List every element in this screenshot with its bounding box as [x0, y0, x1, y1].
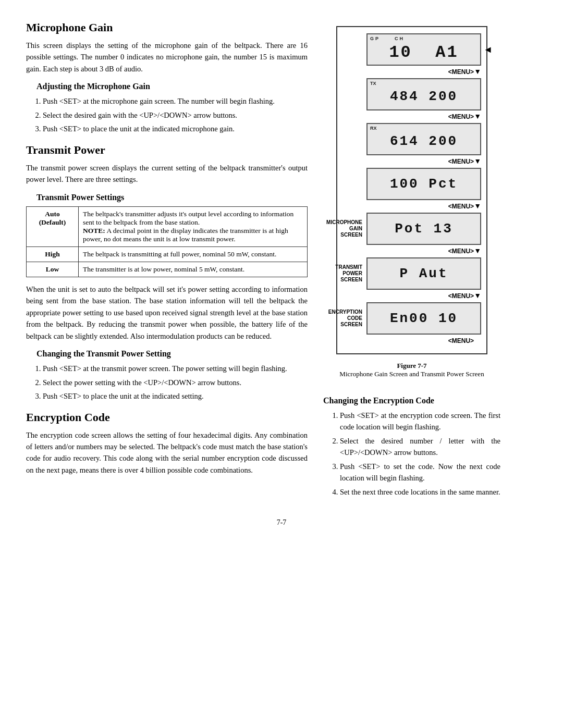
screen-row-txpwr: TRANSMIT POWERSCREEN P Aut — [342, 257, 481, 290]
gpch-display: GP CH 10 A1 — [366, 33, 481, 66]
gpch-value: 10 A1 — [389, 43, 458, 62]
auto-description: The beltpack's transmitter adjusts it's … — [79, 206, 308, 246]
enc-step-3: Push <SET> to set the code. Now the next… — [340, 461, 500, 484]
adjusting-mic-gain-steps: Push <SET> at the microphone gain screen… — [43, 95, 308, 134]
enc-step-1: Push <SET> at the encryption code screen… — [340, 410, 500, 433]
menu-label-6: <MENU> — [448, 292, 474, 300]
transmit-power-auto-para: When the unit is set to auto the beltpac… — [26, 283, 308, 342]
gpch-screen-wrapper: GP CH 10 A1 ◄ — [366, 33, 481, 66]
transmit-power-settings-title: Transmit Power Settings — [26, 193, 308, 202]
adjusting-mic-gain-title: Adjusting the Microphone Gain — [26, 82, 308, 91]
transmit-power-section: Transmit Power The transmit power screen… — [26, 143, 308, 402]
enc-value: En00 10 — [390, 311, 458, 326]
auto-label: Auto (Default) — [27, 206, 79, 246]
gp-label: GP — [370, 36, 380, 41]
tx-label: TX — [370, 81, 376, 86]
rx-screen-wrapper: RX 614 200 — [366, 123, 481, 155]
menu-label-7: <MENU> — [448, 337, 474, 344]
transmit-step-2: Select the power setting with the <UP>/<… — [43, 377, 308, 388]
table-row-high: High The beltpack is transmitting at ful… — [27, 246, 308, 262]
pct-display: 100 Pct — [366, 168, 481, 200]
menu-label-1: <MENU> — [448, 68, 474, 76]
tx-screen-wrapper: TX 484 200 — [366, 78, 481, 110]
encryption-side-label: ENCRYPTION CODESCREEN — [328, 309, 362, 328]
menu-down-arrow-5: ▼ — [474, 247, 481, 255]
transmit-power-title: Transmit Power — [26, 143, 308, 157]
transmit-step-3: Push <SET> to place the unit at the indi… — [43, 390, 308, 402]
menu-label-4: <MENU> — [448, 203, 474, 210]
menu-label-2: <MENU> — [448, 113, 474, 120]
pct-value: 100 Pct — [390, 176, 458, 192]
high-description: The beltpack is transmitting at full pow… — [79, 246, 308, 262]
screen-row-enc: ENCRYPTION CODESCREEN En00 10 — [342, 302, 481, 335]
low-label: Low — [27, 262, 79, 277]
changing-enc-title: Changing the Encryption Code — [323, 396, 500, 405]
screen-row-pct: 100 Pct — [342, 168, 481, 200]
table-row-low: Low The transmitter is at low power, nom… — [27, 262, 308, 277]
rx-display: RX 614 200 — [366, 123, 481, 155]
txpwr-screen-wrapper: P Aut — [366, 257, 481, 290]
figure-area: GP CH 10 A1 ◄ <MENU> ▼ — [323, 21, 500, 503]
low-description: The transmitter is at low power, nominal… — [79, 262, 308, 277]
transmit-power-side-label: TRANSMIT POWERSCREEN — [335, 264, 362, 283]
menu-row-5: <MENU> ▼ — [342, 247, 481, 255]
menu-down-arrow-4: ▼ — [474, 202, 481, 211]
table-row-auto: Auto (Default) The beltpack's transmitte… — [27, 206, 308, 246]
enc-step-4: Set the next three code locations in the… — [340, 486, 500, 498]
encryption-code-intro: The encryption code screen allows the se… — [26, 429, 308, 476]
menu-down-arrow-6: ▼ — [474, 292, 481, 300]
menu-down-arrow-2: ▼ — [474, 113, 481, 121]
microphone-gain-intro: This screen displays the setting of the … — [26, 40, 308, 75]
microphone-gain-title: Microphone Gain — [26, 21, 308, 34]
menu-down-arrow-1: ▼ — [474, 68, 481, 76]
figure-caption-text: Microphone Gain Screen and Transmit Powe… — [339, 370, 484, 378]
rx-label: RX — [370, 126, 377, 131]
mic-value: Pot 13 — [395, 221, 453, 237]
menu-down-arrow-3: ▼ — [474, 157, 481, 166]
txpwr-value: P Aut — [399, 266, 448, 281]
menu-row-4: <MENU> ▼ — [342, 202, 481, 211]
figure-outer-border: GP CH 10 A1 ◄ <MENU> ▼ — [336, 26, 487, 354]
changing-transmit-steps: Push <SET> at the transmit power screen.… — [43, 363, 308, 402]
screen-row-gpch: GP CH 10 A1 ◄ — [342, 33, 481, 66]
gpch-arrow: ◄ — [483, 44, 493, 55]
mic-gain-side-label: MICROPHONE GAINSCREEN — [326, 219, 362, 238]
transmit-power-table: Auto (Default) The beltpack's transmitte… — [26, 206, 308, 277]
figure-number: Figure 7-7 — [339, 362, 484, 370]
high-label: High — [27, 246, 79, 262]
tx-value: 484 200 — [390, 89, 458, 104]
menu-row-1: <MENU> ▼ — [342, 68, 481, 76]
txpwr-display: P Aut — [366, 257, 481, 290]
figure-caption: Figure 7-7 Microphone Gain Screen and Tr… — [339, 362, 484, 378]
screen-row-rx: RX 614 200 — [342, 123, 481, 155]
gp-ch-labels: GP CH — [370, 36, 405, 41]
enc-display: En00 10 — [366, 302, 481, 335]
mic-screen-wrapper: Pot 13 — [366, 213, 481, 245]
mic-display: Pot 13 — [366, 213, 481, 245]
microphone-gain-section: Microphone Gain This screen displays the… — [26, 21, 308, 135]
mic-step-2: Select the desired gain with the <UP>/<D… — [43, 109, 308, 121]
menu-row-3: <MENU> ▼ — [342, 157, 481, 166]
mic-step-3: Push <SET> to place the unit at the indi… — [43, 123, 308, 134]
transmit-step-1: Push <SET> at the transmit power screen.… — [43, 363, 308, 374]
encryption-code-title: Encryption Code — [26, 411, 308, 424]
page-number: 7-7 — [26, 519, 537, 527]
rx-value: 614 200 — [390, 133, 458, 149]
tx-display: TX 484 200 — [366, 78, 481, 110]
changing-transmit-title: Changing the Transmit Power Setting — [26, 349, 308, 359]
menu-row-2: <MENU> ▼ — [342, 113, 481, 121]
mic-step-1: Push <SET> at the microphone gain screen… — [43, 95, 308, 107]
menu-label-5: <MENU> — [448, 248, 474, 255]
changing-enc-section: Changing the Encryption Code Push <SET> … — [323, 389, 500, 503]
menu-row-6: <MENU> ▼ — [342, 292, 481, 300]
menu-row-7: <MENU> ▼ — [342, 337, 481, 345]
ch-label: CH — [395, 36, 405, 41]
pct-screen-wrapper: 100 Pct — [366, 168, 481, 200]
transmit-power-intro: The transmit power screen displays the c… — [26, 162, 308, 186]
encryption-code-section: Encryption Code The encryption code scre… — [26, 411, 308, 476]
enc-step-2: Select the desired number / letter with … — [340, 435, 500, 459]
screen-row-tx: TX 484 200 — [342, 78, 481, 110]
changing-enc-steps: Push <SET> at the encryption code screen… — [340, 410, 500, 498]
screen-row-mic: MICROPHONE GAINSCREEN Pot 13 — [342, 213, 481, 245]
enc-screen-wrapper: En00 10 — [366, 302, 481, 335]
